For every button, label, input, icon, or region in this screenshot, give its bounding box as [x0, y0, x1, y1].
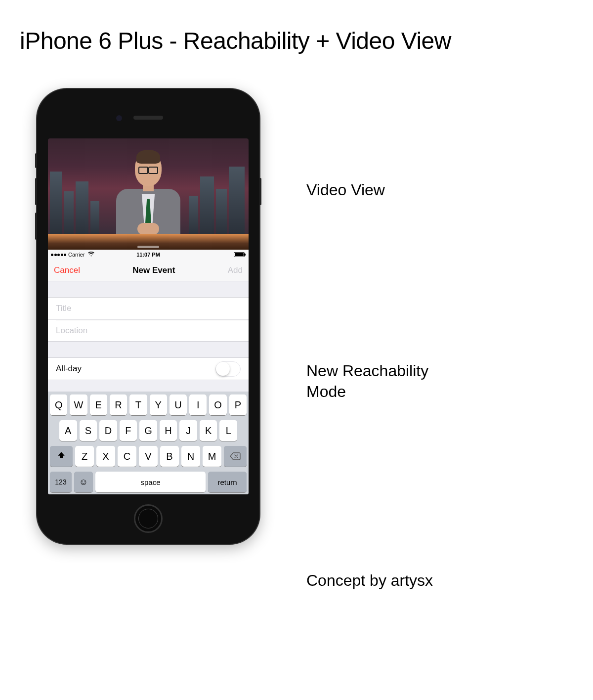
cancel-button[interactable]: Cancel [54, 265, 80, 275]
annotation-reachability: New Reachability Mode [306, 361, 428, 402]
title-placeholder: Title [56, 304, 72, 313]
status-bar: Carrier 11:07 PM [48, 250, 249, 260]
shift-icon [57, 451, 66, 462]
title-field[interactable]: Title [48, 298, 249, 319]
key-j[interactable]: J [179, 420, 197, 441]
key-n[interactable]: N [181, 446, 200, 467]
allday-label: All-day [56, 364, 215, 374]
location-field[interactable]: Location [48, 319, 249, 341]
home-button[interactable] [134, 504, 163, 533]
key-s[interactable]: S [80, 420, 97, 441]
form-section-time: All-day [48, 357, 249, 380]
allday-row: All-day [48, 358, 249, 380]
key-l[interactable]: L [219, 420, 237, 441]
delete-key[interactable] [224, 446, 247, 467]
key-x[interactable]: X [96, 446, 115, 467]
carrier-label: Carrier [68, 252, 85, 258]
key-m[interactable]: M [203, 446, 221, 467]
key-f[interactable]: F [120, 420, 137, 441]
key-e[interactable]: E [90, 394, 107, 415]
key-r[interactable]: R [110, 394, 127, 415]
key-b[interactable]: B [160, 446, 179, 467]
emoji-key[interactable]: ☺ [74, 472, 93, 492]
status-time: 11:07 PM [136, 252, 160, 258]
delete-icon [230, 452, 241, 460]
key-d[interactable]: D [99, 420, 117, 441]
earpiece-speaker [133, 116, 163, 120]
signal-icon [51, 254, 66, 256]
return-key[interactable]: return [208, 472, 247, 492]
mute-switch [35, 153, 37, 168]
ios-keyboard: QWERTYUIOP ASDFGHJKL ZXCVBNM 123 ☺ space [48, 392, 249, 494]
key-o[interactable]: O [209, 394, 226, 415]
form-section-basic: Title Location [48, 297, 249, 342]
key-i[interactable]: I [189, 394, 207, 415]
key-k[interactable]: K [200, 420, 217, 441]
allday-switch[interactable] [215, 361, 241, 377]
key-u[interactable]: U [169, 394, 187, 415]
key-h[interactable]: H [160, 420, 177, 441]
add-button[interactable]: Add [228, 265, 243, 275]
video-view[interactable] [48, 138, 249, 250]
key-y[interactable]: Y [150, 394, 167, 415]
emoji-icon: ☺ [79, 477, 88, 487]
key-a[interactable]: A [59, 420, 77, 441]
calendar-new-event: Carrier 11:07 PM Cancel New Event Add Ti… [48, 250, 249, 494]
front-camera [116, 115, 122, 121]
nav-bar: Cancel New Event Add [48, 260, 249, 281]
power-button [259, 178, 261, 205]
key-w[interactable]: W [70, 394, 87, 415]
key-t[interactable]: T [129, 394, 147, 415]
phone-screen: Carrier 11:07 PM Cancel New Event Add Ti… [48, 138, 249, 494]
shift-key[interactable] [50, 446, 73, 467]
key-p[interactable]: P [229, 394, 247, 415]
volume-down-button [35, 213, 37, 240]
phone-frame: Carrier 11:07 PM Cancel New Event Add Ti… [37, 89, 259, 544]
drag-handle[interactable] [137, 246, 159, 248]
key-z[interactable]: Z [75, 446, 94, 467]
page-title: iPhone 6 Plus - Reachability + Video Vie… [20, 27, 583, 54]
key-v[interactable]: V [139, 446, 158, 467]
wifi-icon [88, 252, 94, 258]
key-g[interactable]: G [139, 420, 157, 441]
battery-icon [234, 252, 245, 257]
nav-title: New Event [132, 265, 175, 275]
annotation-credit: Concept by artysx [306, 570, 433, 591]
space-key[interactable]: space [95, 472, 206, 492]
volume-up-button [35, 178, 37, 205]
numbers-key[interactable]: 123 [50, 472, 72, 492]
location-placeholder: Location [56, 326, 87, 336]
key-c[interactable]: C [118, 446, 136, 467]
annotation-video: Video View [306, 180, 385, 201]
video-presenter [111, 152, 185, 236]
key-q[interactable]: Q [50, 394, 67, 415]
